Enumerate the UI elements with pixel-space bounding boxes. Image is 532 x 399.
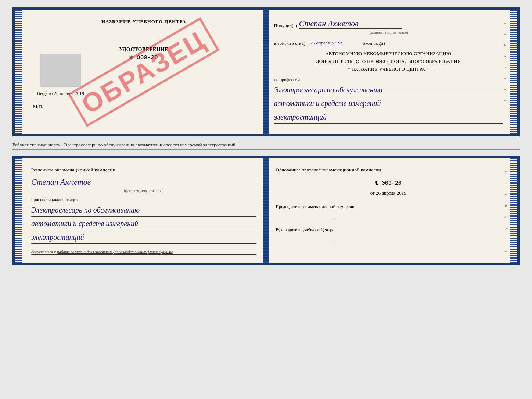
vtom-prefix: в том, что он(а) (274, 40, 306, 46)
issue-label: Выдано (37, 90, 53, 96)
issue-date-line: Выдано 26 апреля 2019 (37, 90, 258, 96)
bottom-person-name: Степан Ахметов (31, 177, 256, 187)
bottom-right-border (510, 158, 517, 263)
left-panel: НАЗВАНИЕ УЧЕБНОГО ЦЕНТРА УДОСТОВЕРЕНИЕ №… (22, 10, 267, 134)
chairman-signature-line (276, 212, 335, 219)
vtom-line: в том, что он(а) 26 апреля 2019г. окончи… (274, 40, 503, 46)
bottom-left-panel: Решением экзаменационной комиссии Степан… (22, 158, 267, 263)
profession-line2: автоматики и средств измерений (274, 98, 503, 110)
protocol-date-prefix: от (370, 190, 375, 196)
org-text: АВТОНОМНУЮ НЕКОММЕРЧЕСКУЮ ОРГАНИЗАЦИЮ ДО… (274, 50, 503, 73)
received-label: Получил(а) (274, 23, 297, 29)
basis-label: Основание: протокол экзаменационной коми… (276, 166, 501, 174)
org-line2: ДОПОЛНИТЕЛЬНОГО ПРОФЕССИОНАЛЬНОГО ОБРАЗО… (274, 58, 503, 65)
qual-line1: Электрослесарь по обслуживанию (31, 204, 256, 217)
mp-label: М.П. (33, 104, 258, 110)
fio-hint-top: (фамилия, имя, отчество) (274, 31, 503, 35)
left-border-strip (15, 10, 22, 134)
decision-text: Решением экзаменационной комиссии (31, 166, 256, 174)
chairman-label: Председатель экзаменационной комиссии (276, 203, 501, 210)
received-line: Получил(а) Степан Ахметов – (274, 19, 503, 29)
director-label: Руководитель учебного Центра (276, 227, 501, 233)
bottom-left-border (15, 158, 22, 263)
specialty-text: Рабочая специальность - Электрослесарь п… (12, 142, 520, 150)
right-panel: Получил(а) Степан Ахметов – (фамилия, им… (267, 10, 510, 134)
protocol-date: от 26 апреля 2019 (276, 190, 501, 196)
bottom-document: Решением экзаменационной комиссии Степан… (12, 156, 520, 265)
center-name-title: НАЗВАНИЕ УЧЕБНОГО ЦЕНТРА (29, 19, 258, 25)
qual-line3: электростанций (31, 232, 256, 244)
profession-label: по профессии (274, 77, 503, 83)
dash-after-name: – (404, 23, 406, 29)
admission-content: работе согласно должностным (производств… (57, 249, 173, 254)
profession-line3: электростанций (274, 111, 503, 124)
doc-spine (263, 10, 269, 134)
right-marks-top: – – и а ← – – – (504, 21, 508, 102)
protocol-number: № 009-20 (276, 180, 501, 186)
protocol-date-value: 26 апреля 2019 (376, 190, 406, 196)
vtom-date: 26 апреля 2019г. (310, 40, 358, 46)
issue-date: 26 апреля 2019 (54, 90, 85, 96)
profession-line1: Электрослесарь по обслуживанию (274, 84, 503, 96)
vtom-suffix: окончил(а) (363, 40, 385, 46)
assigned-label: присвоена квалификация (31, 197, 256, 203)
director-signature-line (276, 235, 335, 242)
bottom-spine (263, 158, 269, 263)
org-line3: " НАЗВАНИЕ УЧЕБНОГО ЦЕНТРА " (274, 65, 503, 73)
cert-title: УДОСТОВЕРЕНИЕ (29, 47, 258, 53)
recipient-name: Степан Ахметов (299, 19, 402, 29)
top-document: НАЗВАНИЕ УЧЕБНОГО ЦЕНТРА УДОСТОВЕРЕНИЕ №… (12, 7, 520, 136)
admission-prefix: допускается к (31, 249, 56, 254)
qual-line2: автоматики и средств измерений (31, 218, 256, 230)
org-line1: АВТОНОМНУЮ НЕКОММЕРЧЕСКУЮ ОРГАНИЗАЦИЮ (274, 50, 503, 58)
bottom-right-panel: Основание: протокол экзаменационной коми… (267, 158, 510, 263)
admission-text: допускается к работе согласно должностны… (31, 249, 256, 255)
bottom-fio-hint: (фамилия, имя, отчество) (31, 188, 256, 193)
photo-placeholder (40, 54, 81, 87)
right-border-strip (510, 10, 517, 134)
watermark-obrazec: ОБРАЗЕЦ (68, 17, 220, 127)
right-marks-bottom: – – – и а ← – – – (505, 169, 508, 264)
